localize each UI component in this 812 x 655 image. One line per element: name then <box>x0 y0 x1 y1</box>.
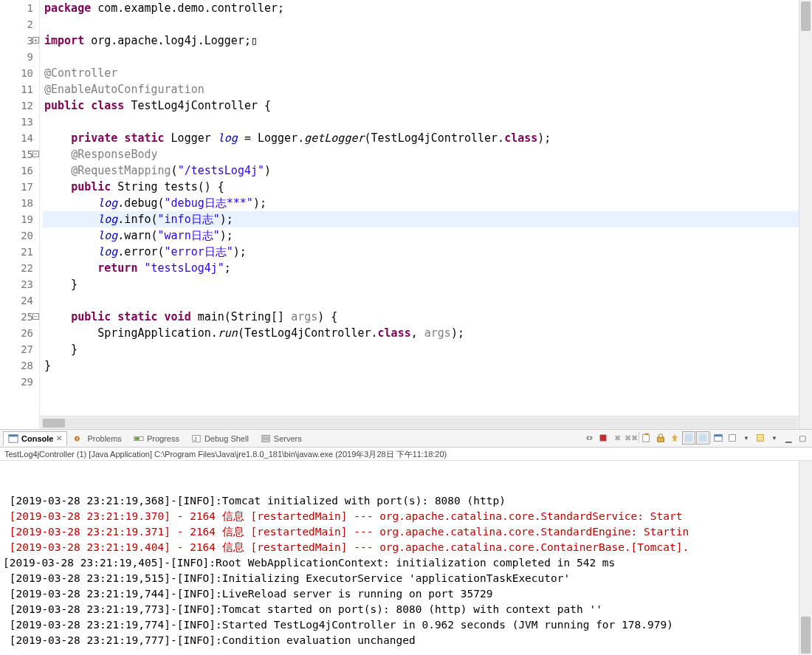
code-line[interactable]: } <box>43 276 799 292</box>
console-line: [2019-03-28 23:21:19,515]-[INFO]:Initial… <box>3 571 809 586</box>
tab-progress[interactable]: Progress <box>128 431 185 446</box>
svg-rect-16 <box>729 435 736 442</box>
svg-rect-4 <box>135 437 140 440</box>
line-number: 13 <box>0 114 33 130</box>
svg-rect-9 <box>600 435 607 442</box>
link-icon[interactable] <box>582 431 596 445</box>
svg-rect-7 <box>262 435 270 438</box>
code-line[interactable]: @RequestMapping("/testsLog4j") <box>43 162 799 179</box>
line-number: 19 <box>0 211 33 227</box>
code-line[interactable]: SpringApplication.run(TestLog4jControlle… <box>43 325 799 341</box>
close-icon[interactable]: ✕ <box>56 434 62 442</box>
code-line[interactable]: package com.example.demo.controller; <box>43 0 799 16</box>
display-selected-console-button[interactable] <box>726 431 739 445</box>
console-line: [2019-03-28 23:21:19,368]-[INFO]:Tomcat … <box>3 493 809 509</box>
line-number: 22 <box>0 260 33 276</box>
svg-rect-12 <box>685 434 693 442</box>
code-line[interactable]: @Controller <box>43 65 799 81</box>
show-console-on-out-button[interactable] <box>682 431 695 445</box>
code-line[interactable]: return "testsLog4j"; <box>43 260 799 276</box>
line-number: 18 <box>0 195 33 211</box>
pin-console-button[interactable] <box>668 431 681 445</box>
views-tabbar: Console ✕ Problems Progress J Debug Shel… <box>0 430 812 447</box>
minimize-view-button[interactable]: ▁ <box>782 431 795 445</box>
launch-description: TestLog4jController (1) [Java Applicatio… <box>0 447 812 461</box>
tab-debug-shell[interactable]: J Debug Shell <box>186 431 254 446</box>
console-line: [2019-03-28 23:21:19.404] - 2164 信息 [res… <box>3 540 809 555</box>
code-line[interactable] <box>43 16 799 32</box>
console-line: [2019-03-28 23:21:19,744]-[INFO]:LiveRel… <box>3 586 809 602</box>
svg-rect-8 <box>262 439 270 442</box>
progress-icon <box>134 433 144 444</box>
console-line: [2019-03-28 23:21:19,777]-[INFO]:Conditi… <box>3 633 809 648</box>
code-line[interactable]: private static Logger log = Logger.getLo… <box>43 130 799 146</box>
tab-console-label: Console <box>21 434 53 443</box>
console-vertical-scrollbar[interactable] <box>799 461 812 655</box>
code-line[interactable]: } <box>43 341 799 357</box>
console-line: [2019-03-28 23:21:19,773]-[INFO]:Tomcat … <box>3 602 809 617</box>
svg-rect-11 <box>658 437 664 442</box>
line-number: 9 <box>0 49 33 65</box>
line-number: 21 <box>0 244 33 260</box>
code-line[interactable]: log.error("error日志"); <box>43 244 799 260</box>
code-line[interactable]: public static void main(String[] args) { <box>43 309 799 325</box>
line-number: 12 <box>0 97 33 114</box>
terminate-button[interactable] <box>596 431 610 445</box>
line-number: 14 <box>0 130 33 146</box>
dropdown-icon[interactable]: ▼ <box>740 431 753 445</box>
tab-servers[interactable]: Servers <box>255 431 307 446</box>
line-number: 1 <box>0 0 33 16</box>
line-number: 2 <box>0 16 33 32</box>
dropdown-icon-2[interactable]: ▼ <box>768 431 781 445</box>
svg-rect-10 <box>643 435 650 442</box>
fold-toggle-icon[interactable]: − <box>32 151 39 157</box>
tab-progress-label: Progress <box>147 434 179 443</box>
line-number: 28 <box>0 357 33 374</box>
code-line[interactable] <box>43 114 799 130</box>
code-line[interactable]: @ResponseBody <box>43 146 799 162</box>
code-line[interactable]: public String tests() { <box>43 179 799 195</box>
tab-problems[interactable]: Problems <box>69 431 126 446</box>
bottom-panel: Console ✕ Problems Progress J Debug Shel… <box>0 430 812 655</box>
line-number: 3+ <box>0 32 33 49</box>
new-view-button[interactable] <box>754 431 767 445</box>
line-number: 29 <box>0 374 33 390</box>
code-line[interactable]: } <box>43 357 799 374</box>
line-number: 24 <box>0 292 33 309</box>
line-number: 10 <box>0 65 33 81</box>
fold-toggle-icon[interactable]: + <box>32 37 39 44</box>
console-line: [2019-03-28 23:21:19,405]-[INFO]:Root We… <box>3 555 809 571</box>
editor-area: 123+9101112131415−16171819202122232425−2… <box>0 0 812 430</box>
console-output[interactable]: [2019-03-28 23:21:19,368]-[INFO]:Tomcat … <box>0 461 812 655</box>
svg-rect-1 <box>9 434 18 436</box>
clear-console-button[interactable] <box>640 431 653 445</box>
code-line[interactable]: public class TestLog4jController { <box>43 97 799 114</box>
code-line[interactable]: @EnableAutoConfiguration <box>43 81 799 97</box>
line-number: 11 <box>0 81 33 97</box>
code-line[interactable]: log.warn("warn日志"); <box>43 227 799 244</box>
open-console-button[interactable] <box>712 431 725 445</box>
code-line[interactable] <box>43 292 799 309</box>
remove-launch-button[interactable]: ✖ <box>610 431 624 445</box>
tab-console[interactable]: Console ✕ <box>3 431 67 446</box>
code-line[interactable] <box>43 49 799 65</box>
code-editor[interactable]: package com.example.demo.controller; imp… <box>40 0 799 416</box>
editor-vertical-scrollbar[interactable] <box>799 0 812 429</box>
code-line[interactable]: import org.apache.log4j.Logger;▯ <box>43 32 799 49</box>
debug-shell-icon: J <box>191 433 202 444</box>
code-line[interactable]: log.info("info日志"); <box>43 211 799 227</box>
scroll-lock-button[interactable] <box>654 431 667 445</box>
line-number: 17 <box>0 179 33 195</box>
code-line[interactable]: log.debug("debug日志***"); <box>43 195 799 211</box>
problems-icon <box>74 433 84 444</box>
fold-toggle-icon[interactable]: − <box>32 313 39 320</box>
svg-rect-15 <box>715 435 723 437</box>
line-number: 20 <box>0 227 33 244</box>
remove-all-button[interactable]: ✖✖ <box>625 431 638 445</box>
maximize-view-button[interactable]: ▢ <box>796 431 809 445</box>
show-console-on-err-button[interactable] <box>696 431 709 445</box>
editor-horizontal-scrollbar[interactable] <box>40 416 799 429</box>
console-line: [2019-03-28 23:21:19.371] - 2164 信息 [res… <box>3 524 809 540</box>
svg-text:J: J <box>193 435 196 442</box>
code-line[interactable] <box>43 374 799 390</box>
